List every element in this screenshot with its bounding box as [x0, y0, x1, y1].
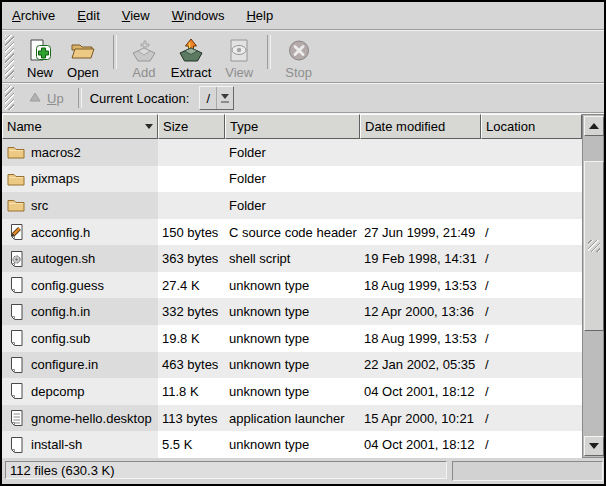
file-size: 150 bytes — [158, 219, 225, 246]
menu-help[interactable]: Help — [238, 4, 281, 27]
file-date — [360, 166, 481, 193]
name-cell: install-sh — [2, 431, 158, 458]
column-header-date-modified[interactable]: Date modified — [360, 114, 481, 139]
menu-edit[interactable]: Edit — [69, 4, 107, 27]
table-row[interactable]: config.sub19.8 Kunknown type18 Aug 1999,… — [2, 325, 582, 352]
table-row[interactable]: configure.in463 bytesunknown type22 Jan … — [2, 352, 582, 379]
file-location: / — [481, 405, 582, 432]
file-icon — [7, 303, 25, 321]
file-location: / — [481, 219, 582, 246]
menubar: ArchiveEditViewWindowsHelp — [2, 2, 604, 29]
menu-view[interactable]: View — [114, 4, 158, 27]
file-icon — [7, 436, 25, 454]
file-date — [360, 192, 481, 219]
menu-archive[interactable]: Archive — [4, 4, 63, 27]
vertical-scrollbar[interactable] — [582, 114, 604, 458]
view-file-icon — [226, 38, 252, 64]
file-type: unknown type — [225, 298, 360, 325]
toolbar-button-label: Open — [67, 65, 99, 80]
open-button[interactable]: Open — [60, 33, 106, 81]
file-location: / — [481, 272, 582, 299]
name-cell: pixmaps — [2, 166, 158, 193]
file-name: config.h.in — [31, 304, 90, 319]
statusbar: 112 files (630.3 K) — [2, 458, 604, 484]
table-row[interactable]: config.h.in332 bytesunknown type12 Apr 2… — [2, 298, 582, 325]
file-size: 19.8 K — [158, 325, 225, 352]
file-type: unknown type — [225, 325, 360, 352]
view-button[interactable]: View — [218, 33, 260, 81]
name-cell: macros2 — [2, 139, 158, 166]
file-size — [158, 166, 225, 193]
file-name: gnome-hello.desktop — [31, 411, 152, 426]
file-type: unknown type — [225, 352, 360, 379]
toolbar-button-label: New — [27, 65, 53, 80]
location-combobox-value: / — [200, 87, 216, 109]
column-header-label: Size — [163, 119, 188, 134]
file-location — [481, 192, 582, 219]
add-button[interactable]: Add — [124, 33, 164, 81]
toolbar: NewOpenAddExtractViewStop — [2, 31, 604, 82]
table-row[interactable]: acconfig.h150 bytesC source code header2… — [2, 219, 582, 246]
scroll-up-icon — [589, 123, 599, 129]
file-type: unknown type — [225, 378, 360, 405]
table-row[interactable]: srcFolder — [2, 192, 582, 219]
file-date: 18 Aug 1999, 13:53 — [360, 272, 481, 299]
file-location — [481, 166, 582, 193]
file-type: Folder — [225, 166, 360, 193]
combobox-dropdown-icon[interactable] — [216, 87, 233, 109]
table-row[interactable]: pixmapsFolder — [2, 166, 582, 193]
table-row[interactable]: autogen.sh363 bytesshell script19 Feb 19… — [2, 245, 582, 272]
file-location: / — [481, 378, 582, 405]
file-date: 27 Jun 1999, 21:49 — [360, 219, 481, 246]
toolbar-divider — [267, 35, 271, 69]
scrollbar-down-button[interactable] — [584, 436, 604, 456]
file-name: config.guess — [31, 278, 104, 293]
file-name: depcomp — [31, 384, 84, 399]
file-name: autogen.sh — [31, 251, 95, 266]
location-bar-drag-handle[interactable] — [5, 86, 14, 110]
file-location: / — [481, 245, 582, 272]
column-header-type[interactable]: Type — [225, 114, 360, 139]
scrollbar-up-button[interactable] — [584, 116, 604, 136]
file-size: 332 bytes — [158, 298, 225, 325]
toolbar-divider — [113, 35, 117, 69]
file-location — [481, 139, 582, 166]
name-cell: config.guess — [2, 272, 158, 299]
file-location: / — [481, 352, 582, 379]
name-cell: gnome-hello.desktop — [2, 405, 158, 432]
up-button[interactable]: Up — [22, 88, 70, 109]
extract-button[interactable]: Extract — [164, 33, 218, 81]
file-name: config.sub — [31, 331, 90, 346]
new-button[interactable]: New — [20, 33, 60, 81]
name-cell: config.h.in — [2, 298, 158, 325]
table-row[interactable]: config.guess27.4 Kunknown type18 Aug 199… — [2, 272, 582, 299]
file-name: macros2 — [31, 145, 81, 160]
sort-indicator-icon — [145, 124, 153, 129]
file-type: unknown type — [225, 272, 360, 299]
column-header-name[interactable]: Name — [2, 114, 158, 139]
file-size — [158, 139, 225, 166]
toolbar-drag-handle[interactable] — [5, 35, 14, 79]
menu-windows[interactable]: Windows — [164, 4, 233, 27]
file-name: src — [31, 198, 48, 213]
location-combobox[interactable]: / — [199, 86, 234, 110]
file-type: Folder — [225, 192, 360, 219]
extract-icon — [178, 38, 204, 64]
scrollbar-thumb[interactable] — [584, 161, 604, 331]
file-icon — [7, 382, 25, 400]
name-cell: acconfig.h — [2, 219, 158, 246]
column-header-size[interactable]: Size — [158, 114, 225, 139]
file-icon — [7, 356, 25, 374]
toolbar-button-label: Add — [132, 65, 155, 80]
table-row[interactable]: macros2Folder — [2, 139, 582, 166]
table-row[interactable]: gnome-hello.desktop113 bytesapplication … — [2, 405, 582, 432]
location-bar-divider — [78, 88, 82, 108]
file-size: 27.4 K — [158, 272, 225, 299]
column-header-location[interactable]: Location — [481, 114, 582, 139]
stop-button[interactable]: Stop — [278, 33, 319, 81]
file-location: / — [481, 298, 582, 325]
new-archive-icon — [27, 38, 53, 64]
table-row[interactable]: install-sh5.5 Kunknown type04 Oct 2001, … — [2, 431, 582, 458]
table-row[interactable]: depcomp11.8 Kunknown type04 Oct 2001, 18… — [2, 378, 582, 405]
file-location: / — [481, 431, 582, 458]
